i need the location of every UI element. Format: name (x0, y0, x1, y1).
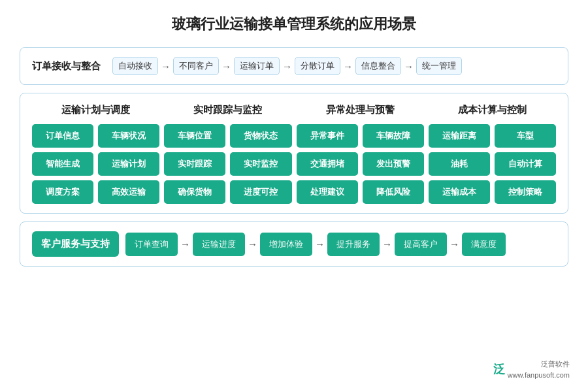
mgmt-header: 成本计算与控制 (429, 103, 557, 118)
flow-arrow: → (343, 61, 353, 72)
customer-item: 增加体验 (260, 233, 312, 256)
watermark-url: www.fanpusoft.com (508, 370, 570, 381)
mgmt-cell: 智能生成 (32, 152, 93, 176)
section-customer: 客户服务与支持 订单查询→运输进度→增加体验→提升服务→提高客户→满意度 (20, 221, 568, 267)
flow-item: 自动接收 (112, 57, 158, 75)
mgmt-cell: 车型 (495, 124, 556, 148)
customer-section-label: 客户服务与支持 (32, 231, 119, 257)
customer-arrow: → (382, 238, 392, 250)
customer-arrow: → (248, 238, 257, 250)
customer-item: 运输进度 (193, 233, 245, 256)
flow-item: 不同客户 (173, 57, 219, 75)
order-section-label: 订单接收与整合 (32, 60, 101, 73)
mgmt-cell: 实时跟踪 (164, 152, 225, 176)
customer-arrow: → (449, 238, 459, 250)
page-title: 玻璃行业运输接单管理系统的应用场景 (20, 12, 568, 39)
mgmt-cell: 交通拥堵 (297, 152, 358, 176)
mgmt-cell: 发出预警 (363, 152, 424, 176)
mgmt-cell: 降低风险 (363, 180, 424, 204)
customer-item: 提升服务 (327, 233, 380, 256)
mgmt-cell: 进度可控 (230, 180, 291, 204)
order-flow-items: 自动接收→不同客户→运输订单→分散订单→信息整合→统一管理 (112, 57, 462, 75)
customer-arrow: → (315, 238, 325, 250)
mgmt-header: 异常处理与预警 (297, 103, 424, 118)
mgmt-cell: 高效运输 (98, 180, 159, 204)
section-order: 订单接收与整合 自动接收→不同客户→运输订单→分散订单→信息整合→统一管理 (20, 47, 568, 85)
mgmt-cell: 运输计划 (98, 152, 159, 176)
mgmt-cell: 异常事件 (297, 124, 358, 148)
mgmt-header: 运输计划与调度 (32, 103, 159, 118)
flow-arrow: → (404, 61, 414, 72)
watermark-brand: 泛普软件 (508, 359, 570, 370)
mgmt-grid: 订单信息车辆状况车辆位置货物状态异常事件车辆故障运输距离车型智能生成运输计划实时… (32, 124, 556, 204)
flow-item: 信息整合 (355, 57, 401, 75)
mgmt-cell: 处理建议 (297, 180, 358, 204)
mgmt-header: 实时跟踪与监控 (165, 103, 292, 118)
mgmt-cell: 控制策略 (495, 180, 556, 204)
mgmt-cell: 车辆状况 (98, 124, 159, 148)
mgmt-cell: 车辆故障 (363, 124, 424, 148)
flow-arrow: → (282, 61, 292, 72)
customer-flow: 订单查询→运输进度→增加体验→提升服务→提高客户→满意度 (125, 233, 556, 256)
customer-item: 提高客户 (395, 233, 447, 256)
flow-item: 统一管理 (416, 57, 462, 75)
mgmt-cell: 货物状态 (230, 124, 291, 148)
mgmt-cell: 调度方案 (32, 180, 93, 204)
watermark-text: 泛普软件 www.fanpusoft.com (508, 359, 570, 380)
watermark: 泛 泛普软件 www.fanpusoft.com (493, 359, 570, 380)
mgmt-cell: 运输距离 (429, 124, 490, 148)
mgmt-cell: 订单信息 (32, 124, 93, 148)
flow-arrow: → (221, 61, 231, 72)
flow-arrow: → (161, 61, 171, 72)
customer-item: 满意度 (462, 233, 506, 256)
main-container: 玻璃行业运输接单管理系统的应用场景 订单接收与整合 自动接收→不同客户→运输订单… (0, 0, 588, 392)
mgmt-cell: 油耗 (429, 152, 490, 176)
customer-arrow: → (180, 238, 190, 250)
flow-item: 分散订单 (295, 57, 340, 75)
watermark-icon: 泛 (493, 361, 505, 378)
mgmt-cell: 实时监控 (230, 152, 291, 176)
section-management: 运输计划与调度实时跟踪与监控异常处理与预警成本计算与控制 订单信息车辆状况车辆位… (20, 93, 568, 214)
mgmt-cell: 车辆位置 (164, 124, 225, 148)
flow-item: 运输订单 (234, 57, 280, 75)
mgmt-cell: 运输成本 (429, 180, 490, 204)
mgmt-cell: 确保货物 (164, 180, 225, 204)
customer-item: 订单查询 (125, 233, 178, 256)
mgmt-cell: 自动计算 (495, 152, 556, 176)
mgmt-headers: 运输计划与调度实时跟踪与监控异常处理与预警成本计算与控制 (32, 103, 556, 118)
